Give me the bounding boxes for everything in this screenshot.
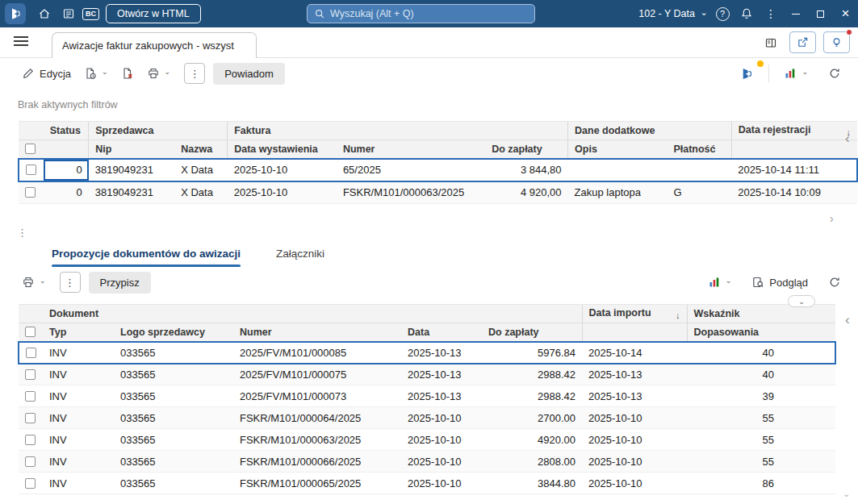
column-header-dopasowania[interactable]: Dopasowania (687, 323, 781, 342)
refresh-button[interactable] (822, 272, 847, 293)
edit-button[interactable]: Edycja (16, 63, 77, 84)
scroll-down-icon[interactable]: ⌄ (843, 489, 850, 499)
column-header-status[interactable]: Status (44, 122, 89, 140)
cell-logo[interactable]: 033565 (114, 407, 233, 429)
cell-wskaznik[interactable]: 40 (687, 342, 781, 364)
search-input[interactable] (330, 8, 528, 19)
cell-do-zaplaty[interactable]: 2988.42 (482, 364, 582, 385)
cell-data[interactable]: 2025-10-10 (401, 429, 482, 451)
cell-typ[interactable]: INV (43, 473, 114, 494)
cell-data[interactable]: 2025-10-10 (401, 451, 482, 473)
collapse-factbox-icon[interactable]: ‹ (845, 131, 850, 147)
cell-do-zaplaty[interactable]: 5976.84 (482, 342, 582, 364)
cell-do-zaplaty[interactable]: 3 844,80 (485, 159, 567, 181)
group-header-dokument[interactable]: Dokument (43, 305, 582, 323)
column-header-data-rejestracji[interactable]: ↓Data rejestracji (731, 122, 857, 140)
cell-numer[interactable]: 2025/FV/M101/000073 (233, 385, 401, 407)
column-header-nazwa[interactable]: Nazwa (174, 140, 228, 159)
chevron-down-icon[interactable]: ⌄ (697, 8, 710, 17)
delete-button[interactable] (115, 63, 140, 84)
cell-typ[interactable]: INV (43, 342, 114, 364)
row-checkbox[interactable] (25, 391, 36, 402)
more-actions-button[interactable]: ⋮ (60, 272, 81, 293)
table-row[interactable]: 0 3819049231 X Data 2025-10-10 65/2025 3… (19, 159, 857, 181)
print-button[interactable]: ⌄ (16, 272, 52, 293)
cell-status[interactable]: 0 (44, 159, 89, 181)
assign-button[interactable]: Przypisz (89, 272, 151, 294)
cell-numer[interactable]: FSKR/M101/000065/2025 (233, 473, 401, 494)
row-checkbox[interactable] (25, 369, 36, 380)
select-all-checkbox[interactable] (25, 144, 36, 154)
table-row[interactable]: 0 3819049231 X Data 2025-10-10 FSKR/M101… (19, 181, 857, 204)
more-actions-button[interactable]: ⋮ (184, 63, 205, 84)
cell-wskaznik[interactable]: 55 (687, 407, 781, 429)
column-header-platnosc[interactable]: Płatność (667, 140, 731, 159)
cell-logo[interactable]: 033565 (114, 451, 233, 473)
row-checkbox[interactable] (26, 165, 36, 175)
cell-typ[interactable]: INV (43, 407, 114, 429)
scroll-right-icon[interactable]: › (830, 212, 834, 225)
cell-typ[interactable]: INV (43, 364, 114, 385)
window-minimize-button[interactable] (783, 0, 808, 27)
cell-data[interactable]: 2025-10-13 (401, 364, 482, 385)
cell-nazwa[interactable]: X Data (174, 159, 228, 181)
cell-wskaznik[interactable]: 39 (687, 385, 781, 407)
dynamics365-app-icon[interactable] (5, 3, 26, 24)
table-row[interactable]: INV 033565 2025/FV/M101/000075 2025-10-1… (19, 364, 835, 385)
cell-data[interactable]: 2025-10-10 (401, 407, 482, 429)
open-in-dynamics-button[interactable] (735, 63, 760, 85)
table-row[interactable]: INV 033565 FSKR/M101/000066/2025 2025-10… (19, 451, 835, 473)
cell-data-rejestracji[interactable]: 2025-10-14 10:09 (731, 181, 857, 204)
cell-data[interactable]: 2025-10-13 (401, 385, 482, 407)
pane-splitter[interactable]: ⋮ (0, 225, 858, 240)
cell-data-importu[interactable]: 2025-10-10 (582, 451, 687, 473)
cell-logo[interactable]: 033565 (114, 385, 233, 407)
notifications-bell-icon[interactable] (735, 2, 759, 26)
cell-wskaznik[interactable]: 40 (687, 364, 781, 385)
cell-data-importu[interactable]: 2025-10-10 (582, 473, 687, 494)
cell-do-zaplaty[interactable]: 2700.00 (482, 407, 582, 429)
row-checkbox[interactable] (25, 478, 36, 489)
cell-platnosc[interactable] (667, 159, 731, 181)
window-maximize-button[interactable] (808, 0, 833, 27)
table-row[interactable]: INV 033565 FSKR/M101/000063/2025 2025-10… (19, 429, 835, 451)
cell-do-zaplaty[interactable]: 2808.00 (482, 451, 582, 473)
group-header-faktura[interactable]: Faktura (228, 122, 568, 140)
cell-numer[interactable]: 2025/FV/M101/000075 (233, 364, 401, 385)
select-all-checkbox[interactable] (25, 327, 36, 337)
cell-wskaznik[interactable]: 55 (687, 451, 781, 473)
tab-proposals[interactable]: Propozycje dokumentów do awizacji (52, 248, 241, 267)
cell-opis[interactable] (568, 159, 668, 181)
tab-attachments[interactable]: Załączniki (276, 248, 324, 267)
help-icon[interactable]: ? (710, 2, 735, 26)
cell-logo[interactable]: 033565 (114, 364, 233, 385)
row-checkbox[interactable] (26, 348, 36, 358)
cell-logo[interactable]: 033565 (114, 429, 233, 451)
expand-factbox-button[interactable]: ⌄ (788, 295, 815, 307)
cell-data-wystawienia[interactable]: 2025-10-10 (228, 159, 337, 181)
cell-data-importu[interactable]: 2025-10-13 (582, 364, 687, 385)
column-header-data[interactable]: Data (401, 323, 482, 342)
cell-typ[interactable]: INV (43, 451, 114, 473)
preview-button[interactable]: Podgląd (746, 272, 814, 293)
column-header-data-importu[interactable]: ↓Data importu (582, 305, 687, 323)
column-header-data-wystawienia[interactable]: Data wystawienia (228, 140, 337, 159)
group-header-dane-dodatkowe[interactable]: Dane dodatkowe (568, 122, 732, 140)
cell-data-importu[interactable]: 2025-10-14 (582, 342, 687, 364)
table-row[interactable]: INV 033565 FSKR/M101/000065/2025 2025-10… (19, 473, 835, 494)
cell-numer[interactable]: 2025/FV/M101/000085 (233, 342, 401, 364)
copilot-button[interactable] (823, 31, 850, 53)
cell-typ[interactable]: INV (43, 429, 114, 451)
cell-numer[interactable]: FSKR/M101/000064/2025 (233, 407, 401, 429)
cell-data-importu[interactable]: 2025-10-10 (582, 429, 687, 451)
cell-data-importu[interactable]: 2025-10-10 (582, 407, 687, 429)
column-header-do-zaplaty[interactable]: Do zapłaty (485, 140, 567, 159)
side-panel-icon[interactable] (760, 31, 782, 53)
cell-logo[interactable]: 033565 (114, 473, 233, 494)
share-button[interactable] (789, 31, 816, 53)
column-header-logo-sprzedawcy[interactable]: Logo sprzedawcy (114, 323, 233, 342)
open-in-html-button[interactable]: Otwórz w HTML (106, 4, 201, 23)
column-header-typ[interactable]: Typ (43, 323, 114, 342)
cell-opis[interactable]: Zakup laptopa (568, 181, 668, 204)
cell-do-zaplaty[interactable]: 2988.42 (482, 385, 582, 407)
